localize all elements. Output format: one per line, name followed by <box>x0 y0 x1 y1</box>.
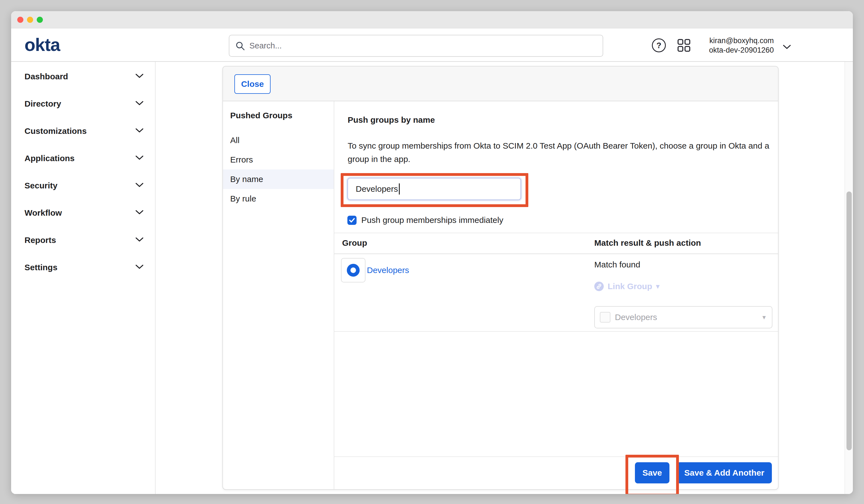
search-input[interactable] <box>249 41 603 50</box>
app-header: okta ? kiran@boxyhq.com okta <box>11 28 853 62</box>
link-group-dropdown[interactable]: Link Group ▾ <box>594 281 659 291</box>
subnav-item-by-name[interactable]: By name <box>223 169 334 189</box>
subnav-item-all[interactable]: All <box>223 131 334 150</box>
pushed-groups-subnav: Pushed Groups All Errors By name By rule <box>223 101 334 489</box>
sidebar-item-applications[interactable]: Applications <box>11 145 155 172</box>
user-menu[interactable]: kiran@boxyhq.com okta-dev-20901260 <box>690 36 774 55</box>
app-window: okta ? kiran@boxyhq.com okta <box>11 11 853 494</box>
group-avatar <box>341 258 365 283</box>
chevron-down-icon <box>135 101 143 107</box>
target-group-value: Developers <box>615 313 657 322</box>
group-icon <box>347 264 360 277</box>
caret-down-icon: ▾ <box>656 283 659 290</box>
description-text: To sync group memberships from Okta to S… <box>348 139 769 166</box>
panel-content: Push groups by name To sync group member… <box>334 101 778 489</box>
divider <box>334 331 778 332</box>
group-placeholder-icon <box>600 312 610 323</box>
sidebar: Dashboard Directory Customizations Appli… <box>11 62 156 494</box>
sidebar-item-dashboard[interactable]: Dashboard <box>11 63 155 90</box>
minimize-window-button[interactable] <box>27 17 33 23</box>
chevron-down-icon <box>135 183 143 189</box>
link-group-label: Link Group <box>608 281 652 291</box>
sidebar-item-directory[interactable]: Directory <box>11 90 155 118</box>
sidebar-item-reports[interactable]: Reports <box>11 227 155 254</box>
chevron-down-icon <box>135 74 143 79</box>
chevron-down-icon <box>135 210 143 216</box>
save-add-another-button[interactable]: Save & Add Another <box>677 462 772 483</box>
text-cursor <box>399 183 400 194</box>
sidebar-item-customizations[interactable]: Customizations <box>11 118 155 145</box>
close-button[interactable]: Close <box>235 74 271 94</box>
subnav-item-by-rule[interactable]: By rule <box>223 189 334 208</box>
okta-logo[interactable]: okta <box>24 35 60 55</box>
help-icon[interactable]: ? <box>652 38 666 52</box>
panel-footer: Save Save & Add Another <box>334 456 778 489</box>
main-body: Dashboard Directory Customizations Appli… <box>11 62 853 494</box>
checkmark-icon <box>349 218 355 223</box>
apps-grid-icon[interactable] <box>677 38 691 53</box>
column-header-group: Group <box>342 238 367 248</box>
sidebar-item-security[interactable]: Security <box>11 172 155 199</box>
titlebar <box>11 11 853 28</box>
sidebar-item-settings[interactable]: Settings <box>11 254 155 281</box>
search-bar[interactable] <box>229 35 603 57</box>
save-button[interactable]: Save <box>635 462 670 483</box>
chevron-down-icon <box>135 237 143 243</box>
push-groups-panel: Close Pushed Groups All Errors By name B… <box>223 66 779 490</box>
checkbox-label: Push group memberships immediately <box>361 215 503 225</box>
match-status: Match found <box>594 260 640 269</box>
group-name-input[interactable]: Developers <box>347 178 521 200</box>
chevron-down-icon <box>135 156 143 161</box>
subnav-item-errors[interactable]: Errors <box>223 150 334 169</box>
group-name-link[interactable]: Developers <box>367 265 409 275</box>
page-title: Push groups by name <box>348 115 435 125</box>
chevron-down-icon <box>135 265 143 270</box>
search-icon <box>236 41 245 51</box>
help-glyph: ? <box>656 41 661 50</box>
chevron-down-icon <box>135 128 143 134</box>
user-email: kiran@boxyhq.com <box>690 36 774 45</box>
scrollbar-thumb[interactable] <box>847 191 852 450</box>
close-window-button[interactable] <box>17 17 23 23</box>
link-icon <box>594 281 604 291</box>
column-header-match: Match result & push action <box>594 238 701 248</box>
subnav-heading: Pushed Groups <box>223 101 334 122</box>
chevron-down-icon[interactable] <box>783 45 791 51</box>
scrollbar-track[interactable] <box>844 62 853 494</box>
target-group-select[interactable]: Developers ▾ <box>594 306 772 328</box>
sidebar-item-workflow[interactable]: Workflow <box>11 199 155 227</box>
panel-topbar: Close <box>223 67 778 101</box>
divider <box>334 253 778 254</box>
user-org: okta-dev-20901260 <box>690 45 774 55</box>
caret-down-icon: ▾ <box>763 313 766 321</box>
push-immediately-checkbox[interactable] <box>347 216 357 225</box>
divider <box>334 233 778 233</box>
maximize-window-button[interactable] <box>37 17 43 23</box>
